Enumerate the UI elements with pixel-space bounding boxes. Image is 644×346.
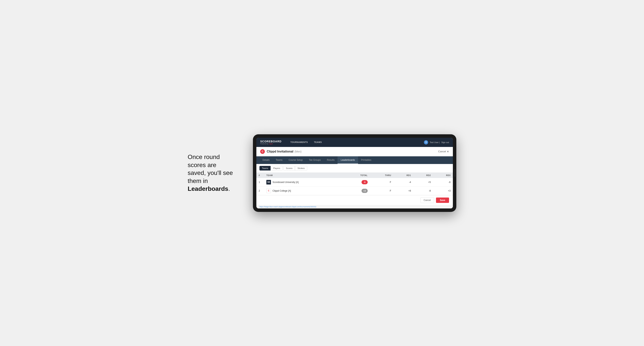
sub-tab-strokes[interactable]: Strokes [295,166,307,171]
top-navigation: SCOREBOARD Powered by clippd TOURNAMENTS… [256,138,453,147]
tab-details[interactable]: Details [260,156,273,164]
sub-tab-group-2: Scores Strokes [284,166,307,171]
rd3-cell: +3 [433,186,453,195]
tab-leaderboards[interactable]: Leaderboards [338,156,358,164]
sub-tab-group-1: Teams Players [260,166,283,171]
thru-cell: F [370,186,394,195]
team-name: Scoreboard University [A] [272,181,298,183]
leaderboard-table: # TEAM TOTAL THRU RD1 RD2 RD3 1 SB Sco [256,173,453,195]
rank-cell: 2 [256,186,264,195]
team-name: Clippd College [A] [272,189,291,192]
rd3-cell: -6 [433,178,453,186]
tournament-title: Clippd Invitational [267,150,294,153]
rd2-cell: +5 [413,178,433,186]
tab-results[interactable]: Results [324,156,338,164]
col-header-rd3: RD3 [433,173,453,178]
tablet-screen: SCOREBOARD Powered by clippd TOURNAMENTS… [256,138,453,208]
col-header-team: TEAM [264,173,344,178]
nav-right: S Test User | Sign out [424,140,449,145]
total-cell: -5 [344,178,370,186]
team-cell: C Clippd College [A] [264,186,344,195]
tab-printables[interactable]: Printables [358,156,374,164]
tablet-side-button [454,169,455,177]
sign-out-link[interactable]: Sign out [441,141,449,144]
sub-tab-players[interactable]: Players [270,166,283,171]
intro-text: Once round scores are saved, you'll see … [188,153,242,193]
thru-cell: F [370,178,394,186]
tab-tee-groups[interactable]: Tee Groups [306,156,324,164]
tournament-icon: C [260,149,265,154]
score-badge: +3 [362,189,368,193]
rd1-cell: +8 [394,186,413,195]
logo-subtext: Powered by clippd [260,143,282,145]
table-header-row: # TEAM TOTAL THRU RD1 RD2 RD3 [256,173,453,178]
nav-links: TOURNAMENTS TEAMS [287,138,325,147]
sub-tabs: Teams Players Scores Strokes [256,164,453,173]
tab-course-setup[interactable]: Course Setup [286,156,306,164]
tab-teams[interactable]: Teams [273,156,286,164]
score-badge: -5 [362,180,368,184]
sub-tab-scores[interactable]: Scores [284,166,295,171]
user-name: Test User | [430,141,440,144]
table-row: 1 SB Scoreboard University [A] -5 F -4 +… [256,178,453,186]
save-button[interactable]: Save [436,197,449,203]
col-header-total: TOTAL [344,173,370,178]
col-header-rank: # [256,173,264,178]
rank-cell: 1 [256,178,264,186]
rd1-cell: -4 [394,178,413,186]
rd2-cell: -8 [413,186,433,195]
logo-text: SCOREBOARD [260,140,282,143]
team-logo: SB [266,180,271,184]
cancel-button[interactable]: Cancel [420,197,434,203]
leaderboard-content: # TEAM TOTAL THRU RD1 RD2 RD3 1 SB Sco [256,173,453,195]
nav-teams[interactable]: TEAMS [311,138,325,147]
user-avatar: S [424,140,428,145]
logo: SCOREBOARD Powered by clippd [260,140,282,145]
table-row: 2 C Clippd College [A] +3 F +8 -8 +3 [256,186,453,195]
team-cell: SB Scoreboard University [A] [264,178,344,186]
sub-tab-teams[interactable]: Teams [260,166,270,171]
cancel-x-button[interactable]: Cancel ✕ [438,150,449,153]
tournament-header: C Clippd Invitational (Men) Cancel ✕ [256,147,453,156]
total-cell: +3 [344,186,370,195]
col-header-rd1: RD1 [394,173,413,178]
tabs-bar: Details Teams Course Setup Tee Groups Re… [256,156,453,164]
url-bar: https://stage-blue-coach.stagescoreboard… [256,205,453,208]
nav-tournaments[interactable]: TOURNAMENTS [287,138,311,147]
footer-bar: Cancel Save [256,195,453,205]
tablet-frame: SCOREBOARD Powered by clippd TOURNAMENTS… [253,134,456,212]
col-header-rd2: RD2 [413,173,433,178]
team-logo: C [266,188,271,193]
tournament-gender: (Men) [294,150,302,153]
col-header-thru: THRU [370,173,394,178]
